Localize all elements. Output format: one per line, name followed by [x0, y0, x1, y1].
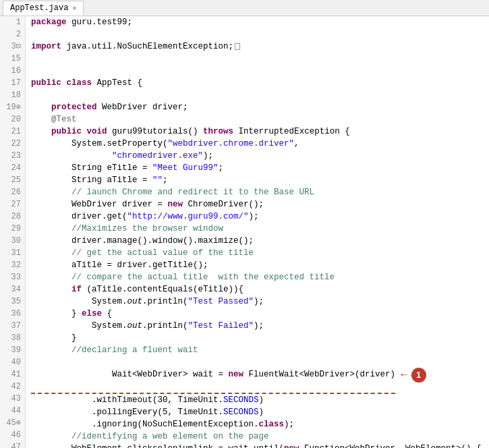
ln-35: 35 [4, 296, 21, 308]
code-line-41: .pollingEvery(5, TimeUnit.SECONDS) [31, 406, 484, 418]
ln-40: 40 [4, 356, 21, 368]
ln-3: 3⊡ [4, 40, 21, 53]
code-line-28: //Maximizes the browser window [31, 223, 484, 235]
code-line-20: public void guru99tutorials() throws Int… [31, 125, 484, 138]
tab-filename: AppTest.java [10, 3, 68, 13]
tab-close-icon[interactable]: ✕ [72, 4, 76, 12]
ln-20: 20 [4, 113, 21, 125]
ln-39: 39 [4, 344, 21, 356]
ln-25: 25 [4, 174, 21, 186]
code-line-24: String aTitle = ""; [31, 174, 484, 186]
code-line-43: //identifying a web element on the page [31, 430, 484, 443]
code-line-23: String eTitle = "Meet Guru99"; [31, 162, 484, 174]
code-line-16: public class AppTest { [31, 77, 484, 89]
code-line-25: // launch Chrome and redirect it to the … [31, 186, 484, 198]
ln-30: 30 [4, 235, 21, 247]
code-line-2 [31, 28, 484, 40]
editor-container: 1 2 3⊡ 15 16 17 18 19⊕ 20 21 22 23 24 25… [0, 16, 489, 448]
badge-1: 1 [411, 368, 426, 383]
ln-47: 47 [4, 441, 21, 448]
red-arrow-1: ← [401, 369, 407, 381]
code-line-3: import java.util.NoSuchElementException; [31, 40, 484, 53]
code-line-26: WebDriver driver = new ChromeDriver(); [31, 198, 484, 211]
code-line-30: // get the actual value of the title [31, 247, 484, 259]
ln-33: 33 [4, 271, 21, 283]
ln-21: 21 [4, 125, 21, 138]
ln-15: 15 [4, 53, 21, 65]
code-line-39: Wait<WebDriver> wait = new FluentWait<We… [31, 356, 484, 394]
code-line-15 [31, 65, 484, 77]
code-line-32: // compare the actual title with the exp… [31, 271, 484, 283]
code-line-21: System.setProperty("webdriver.chrome.dri… [31, 138, 484, 150]
ln-42: 42 [4, 381, 21, 393]
ln-38: 38 [4, 332, 21, 344]
code-line-34: System.out.println("Test Passed"); [31, 296, 484, 308]
code-line-18: protected WebDriver driver; [31, 101, 484, 113]
code-line-29: driver.manage().window().maximize(); [31, 235, 484, 247]
ln-45: 45⊕ [4, 417, 21, 429]
ln-26: 26 [4, 186, 21, 198]
ln-18: 18 [4, 89, 21, 101]
code-line-22: "chromedriver.exe"); [31, 150, 484, 162]
ln-43: 43 [4, 393, 21, 405]
code-line-35: } else { [31, 308, 484, 320]
ln-24: 24 [4, 162, 21, 174]
ln-36: 36 [4, 308, 21, 320]
code-line-19: @Test [31, 113, 484, 125]
code-line-1: package guru.test99; [31, 16, 484, 28]
ln-2: 2 [4, 28, 21, 40]
code-line-27: driver.get("http://www.guru99.com/"); [31, 211, 484, 223]
tab-bar: AppTest.java ✕ [0, 0, 489, 16]
ln-41: 41 [4, 368, 21, 381]
ln-29: 29 [4, 223, 21, 235]
code-line-44: WebElement clickseleniumlink = wait.unti… [31, 443, 484, 448]
line-numbers: 1 2 3⊡ 15 16 17 18 19⊕ 20 21 22 23 24 25… [0, 16, 26, 448]
ln-46: 46 [4, 429, 21, 441]
ln-34: 34 [4, 283, 21, 296]
code-line-4 [31, 53, 484, 65]
ln-22: 22 [4, 138, 21, 150]
code-line-40: .withTimeout(30, TimeUnit.SECONDS) [31, 394, 484, 406]
editor-tab[interactable]: AppTest.java ✕ [3, 1, 84, 16]
code-line-42: .ignoring(NoSuchElementException.class); [31, 418, 484, 430]
ln-32: 32 [4, 259, 21, 271]
ln-44: 44 [4, 405, 21, 417]
ln-31: 31 [4, 247, 21, 259]
ln-23: 23 [4, 150, 21, 162]
ln-27: 27 [4, 198, 21, 211]
ln-28: 28 [4, 211, 21, 223]
code-line-38: //declaring a fluent wait [31, 344, 484, 356]
code-line-33: if (aTitle.contentEquals(eTitle)){ [31, 283, 484, 296]
ln-16: 16 [4, 65, 21, 77]
code-line-31: aTitle = driver.getTitle(); [31, 259, 484, 271]
ln-1: 1 [4, 16, 21, 28]
code-line-37: } [31, 332, 484, 344]
code-area[interactable]: package guru.test99; import java.util.No… [26, 16, 489, 448]
code-line-36: System.out.println("Test Failed"); [31, 320, 484, 332]
ln-37: 37 [4, 320, 21, 332]
ln-17: 17 [4, 77, 21, 89]
ln-19: 19⊕ [4, 101, 21, 113]
code-line-17 [31, 89, 484, 101]
